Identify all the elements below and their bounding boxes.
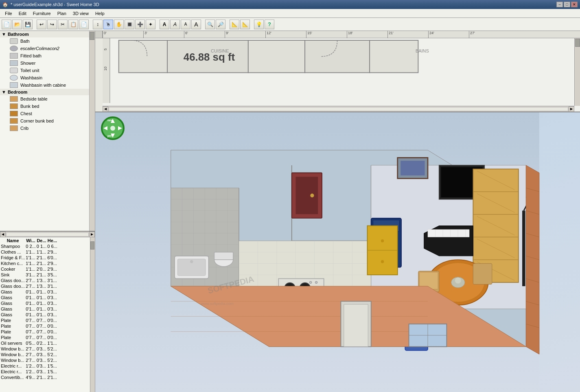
table-row[interactable]: Plate0'7...0'7...0'0... (1, 324, 57, 328)
item-washbasin[interactable]: Washbasin (0, 74, 89, 81)
table-scrollbar[interactable] (90, 237, 95, 392)
table-row[interactable]: Electric r...1'2...0'3...1'5... (1, 369, 57, 374)
item-crib[interactable]: Crib (0, 125, 89, 132)
tree-scroll-track[interactable] (6, 232, 89, 237)
table-row[interactable]: Oil servers0'5...0'2...1'1... (1, 341, 57, 346)
table-row[interactable]: Glass0'1...0'1...0'3... (1, 289, 57, 294)
pointer-button[interactable]: 🖱 (103, 20, 113, 29)
tree-hscroll[interactable]: ◀ ▶ (0, 232, 95, 237)
table-row[interactable]: Window b...2'7...0'3...5'2... (1, 352, 57, 357)
table-row[interactable]: Glass doo...2'7...1'3...3'1... (1, 284, 57, 289)
svg-text:5: 5 (103, 48, 107, 50)
plan-scroll-right[interactable]: ▶ (569, 106, 574, 112)
col-depth: De... (37, 238, 46, 243)
measure2-button[interactable]: 📐 (240, 20, 250, 29)
table-cell-dim: 1'3... (37, 284, 46, 289)
save-button[interactable]: 💾 (23, 20, 33, 29)
table-row[interactable]: Window b...2'7...0'3...5'2... (1, 346, 57, 351)
zoom-in-button[interactable]: 🔍 (205, 20, 215, 29)
select-button[interactable]: ↕ (93, 20, 103, 29)
text-button[interactable]: A (160, 20, 169, 29)
tree-scroll-left[interactable]: ◀ (0, 232, 6, 237)
plan-scroll-left[interactable]: ◀ (103, 106, 108, 112)
zoom-out-button[interactable]: 🔎 (216, 20, 225, 29)
table-row[interactable]: Glass0'1...0'1...0'3... (1, 295, 57, 300)
crib-label: Crib (20, 126, 28, 131)
table-row[interactable]: Kitchen c...1'1...2'1...2'9... (1, 261, 57, 266)
draw-wall-button[interactable]: ➕ (135, 20, 145, 29)
table-row[interactable]: Shampoo0 2...0 1...0 6... (1, 244, 57, 249)
table-row[interactable]: Plate0'7...0'7...0'0... (1, 329, 57, 334)
text-style-button[interactable]: A (170, 20, 180, 29)
tree-scrollbar[interactable] (89, 31, 95, 231)
add-furniture-button[interactable]: ✦ (146, 20, 155, 29)
table-row[interactable]: Glass doo...2'7...1'3...3'1... (1, 278, 57, 283)
table-row[interactable]: Glass0'1...0'1...0'3... (1, 312, 57, 317)
bedside-table-label: Bedside table (20, 96, 48, 101)
help-button[interactable]: ? (265, 20, 274, 29)
text-large-button[interactable]: A (191, 20, 201, 29)
table-cell-name: Sink (1, 272, 25, 277)
table-row[interactable]: Clothes ...1'1...1'1...2'9... (1, 250, 57, 254)
plan-vscroll[interactable] (574, 38, 580, 106)
table-row[interactable]: Electric r...1'2...0'3...1'5... (1, 364, 57, 368)
table-row[interactable]: Window b...2'7...0'3...5'2... (1, 358, 57, 363)
item-toilet[interactable]: Toilet unit (0, 67, 89, 74)
item-shower[interactable]: Shower (0, 59, 89, 67)
table-row[interactable]: Convertib...4'9...2'1...2'1... (1, 375, 57, 380)
category-bathroom[interactable]: ▼ Bathroom (0, 31, 89, 37)
open-button[interactable]: 📂 (12, 20, 22, 29)
table-row[interactable]: Fridge & F...1'1...2'1...6'0... (1, 255, 57, 260)
maximize-button[interactable]: □ (564, 2, 570, 7)
cut-button[interactable]: ✂ (58, 20, 68, 29)
nav-widget[interactable]: new per (101, 116, 125, 140)
new-button[interactable]: 📄 (2, 20, 11, 29)
pan-button[interactable]: ✋ (114, 20, 124, 29)
item-bunk-bed[interactable]: Bunk bed (0, 103, 89, 110)
item-bath[interactable]: Bath (0, 37, 89, 45)
table-cell-dim: 0'1... (26, 301, 35, 306)
copy-button[interactable]: 📋 (68, 20, 78, 29)
redo-button[interactable]: ↪ (47, 20, 57, 29)
table-row[interactable]: Glass0'1...0'1...0'3... (1, 307, 57, 311)
draw-room-button[interactable]: 🔳 (125, 20, 134, 29)
tree-scroll-right[interactable]: ▶ (89, 232, 95, 237)
table-cell-dim: 0 6... (47, 244, 57, 249)
lighting-button[interactable]: 💡 (254, 20, 264, 29)
text-size-button[interactable]: A (181, 20, 190, 29)
close-button[interactable]: ✕ (571, 2, 578, 7)
chest-icon (10, 111, 18, 116)
plan-hscroll[interactable]: ◀ ▶ (103, 106, 574, 112)
undo-button[interactable]: ↩ (37, 20, 46, 29)
svg-text:new: new (107, 119, 113, 122)
category-bedroom[interactable]: ▼ Bedroom (0, 89, 89, 95)
item-washbasin-cabinet[interactable]: Washbasin with cabine (0, 81, 89, 89)
plan-scroll-track[interactable] (109, 107, 568, 111)
table-cell-dim: 0'7... (26, 324, 35, 328)
svg-point-87 (455, 278, 461, 284)
menu-file[interactable]: File (2, 10, 15, 17)
table-row[interactable]: Cooker1'1...2'0...2'9... (1, 267, 57, 272)
svg-rect-3 (305, 40, 370, 73)
menu-furniture[interactable]: Furniture (30, 10, 54, 17)
item-escalier[interactable]: escalierColimacon2 (0, 45, 89, 52)
table-cell-name: Plate (1, 329, 25, 334)
minimize-button[interactable]: – (556, 2, 563, 7)
menu-help[interactable]: Help (92, 10, 108, 17)
item-chest[interactable]: Chest (0, 110, 89, 117)
menu-3dview[interactable]: 3D view (70, 10, 92, 17)
table-cell-dim: 0'0... (47, 324, 57, 328)
item-fitted-bath[interactable]: Fitted bath (0, 52, 89, 59)
paste-button[interactable]: 📄 (79, 20, 89, 29)
menu-edit[interactable]: Edit (15, 10, 30, 17)
table-row[interactable]: Plate0'7...0'7...0'0... (1, 335, 57, 340)
table-row[interactable]: Glass0'1...0'1...0'3... (1, 301, 57, 306)
measure-button[interactable]: 📐 (230, 20, 239, 29)
table-cell-name: Glass (1, 312, 25, 317)
plan-canvas[interactable]: 46.88 sq ft CUISINE BAINS 5 10 (103, 38, 580, 112)
item-corner-bunk-bed[interactable]: Corner bunk bed (0, 117, 89, 125)
item-bedside-table[interactable]: Bedside table (0, 95, 89, 103)
menu-plan[interactable]: Plan (54, 10, 70, 17)
table-row[interactable]: Plate0'7...0'7...0'0... (1, 318, 57, 323)
table-row[interactable]: Sink3'1...2'1...3'5... (1, 272, 57, 277)
